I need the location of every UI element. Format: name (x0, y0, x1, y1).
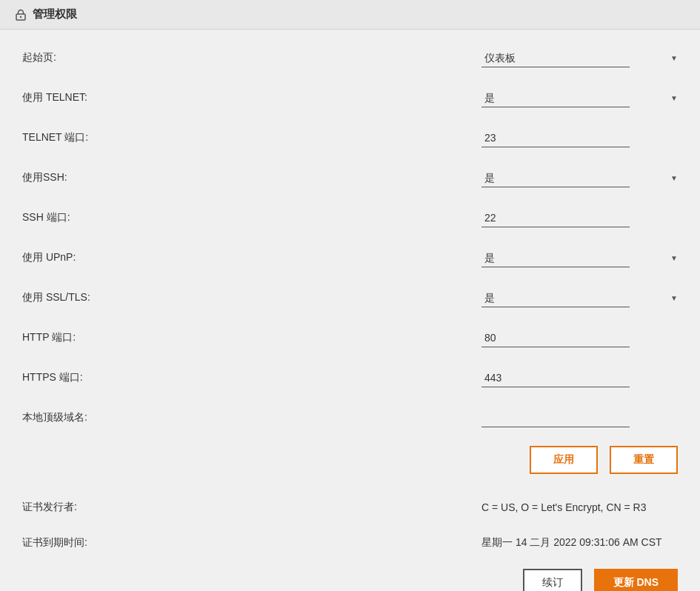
form-row-start-page: 起始页: 仪表板 状态 网络 系统 ▼ (22, 44, 678, 71)
form-button-row: 应用 重置 (22, 446, 678, 474)
label-local-domain: 本地顶级域名: (22, 411, 481, 424)
content-area: 起始页: 仪表板 状态 网络 系统 ▼ 使用 TELNET: 是 (0, 30, 700, 591)
select-use-ssl-tls[interactable]: 是 否 (481, 289, 630, 307)
form-row-use-ssl-tls: 使用 SSL/TLS: 是 否 ▼ (22, 284, 678, 311)
header-bar: 管理权限 (0, 0, 700, 30)
update-dns-button[interactable]: 更新 DNS (594, 569, 678, 591)
cert-button-row: 续订 更新 DNS (22, 569, 678, 591)
form-row-use-upnp: 使用 UPnP: 是 否 ▼ (22, 244, 678, 271)
label-use-upnp: 使用 UPnP: (22, 251, 481, 264)
chevron-down-icon: ▼ (670, 294, 678, 302)
chevron-down-icon: ▼ (670, 54, 678, 62)
select-use-ssh[interactable]: 是 否 (481, 169, 630, 187)
select-start-page[interactable]: 仪表板 状态 网络 系统 (481, 49, 630, 67)
control-http-port (481, 329, 678, 347)
select-use-telnet[interactable]: 是 否 (481, 89, 630, 107)
input-ssh-port[interactable] (481, 209, 630, 227)
form-row-http-port: HTTP 端口: (22, 324, 678, 351)
select-use-upnp[interactable]: 是 否 (481, 249, 630, 267)
control-https-port (481, 369, 678, 387)
chevron-down-icon: ▼ (670, 94, 678, 102)
form-row-local-domain: 本地顶级域名: (22, 404, 678, 431)
cert-expiry-label: 证书到期时间: (22, 536, 481, 550)
form-row-telnet-port: TELNET 端口: (22, 124, 678, 151)
control-ssh-port (481, 209, 678, 227)
svg-point-1 (20, 16, 21, 17)
input-telnet-port[interactable] (481, 129, 630, 147)
form-row-use-telnet: 使用 TELNET: 是 否 ▼ (22, 84, 678, 111)
chevron-down-icon: ▼ (670, 174, 678, 182)
header-title: 管理权限 (33, 7, 77, 21)
control-start-page: 仪表板 状态 网络 系统 ▼ (481, 49, 678, 67)
cert-issuer-row: 证书发行者: C = US, O = Let's Encrypt, CN = R… (22, 496, 678, 518)
cert-expiry-value: 星期一 14 二月 2022 09:31:06 AM CST (481, 536, 678, 550)
cert-issuer-value: C = US, O = Let's Encrypt, CN = R3 (481, 501, 678, 513)
input-https-port[interactable] (481, 369, 630, 387)
chevron-down-icon: ▼ (670, 254, 678, 262)
control-local-domain (481, 409, 678, 427)
control-use-upnp: 是 否 ▼ (481, 249, 678, 267)
control-use-telnet: 是 否 ▼ (481, 89, 678, 107)
label-use-telnet: 使用 TELNET: (22, 91, 481, 104)
renew-button[interactable]: 续订 (523, 569, 582, 591)
cert-issuer-label: 证书发行者: (22, 501, 481, 514)
label-use-ssl-tls: 使用 SSL/TLS: (22, 291, 481, 304)
cert-expiry-row: 证书到期时间: 星期一 14 二月 2022 09:31:06 AM CST (22, 532, 678, 554)
cert-section: 证书发行者: C = US, O = Let's Encrypt, CN = R… (22, 496, 678, 554)
input-local-domain[interactable] (481, 409, 630, 427)
label-use-ssh: 使用SSH: (22, 171, 481, 184)
label-ssh-port: SSH 端口: (22, 211, 481, 224)
control-telnet-port (481, 129, 678, 147)
form-section: 起始页: 仪表板 状态 网络 系统 ▼ 使用 TELNET: 是 (22, 44, 678, 431)
form-row-https-port: HTTPS 端口: (22, 364, 678, 391)
form-row-use-ssh: 使用SSH: 是 否 ▼ (22, 164, 678, 191)
control-use-ssh: 是 否 ▼ (481, 169, 678, 187)
label-https-port: HTTPS 端口: (22, 371, 481, 384)
control-use-ssl-tls: 是 否 ▼ (481, 289, 678, 307)
reset-button[interactable]: 重置 (610, 446, 678, 474)
apply-button[interactable]: 应用 (530, 446, 598, 474)
label-http-port: HTTP 端口: (22, 331, 481, 344)
label-start-page: 起始页: (22, 51, 481, 64)
form-row-ssh-port: SSH 端口: (22, 204, 678, 231)
lock-icon (15, 9, 27, 21)
label-telnet-port: TELNET 端口: (22, 131, 481, 144)
page-container: 管理权限 起始页: 仪表板 状态 网络 系统 ▼ 使用 (0, 0, 700, 591)
input-http-port[interactable] (481, 329, 630, 347)
